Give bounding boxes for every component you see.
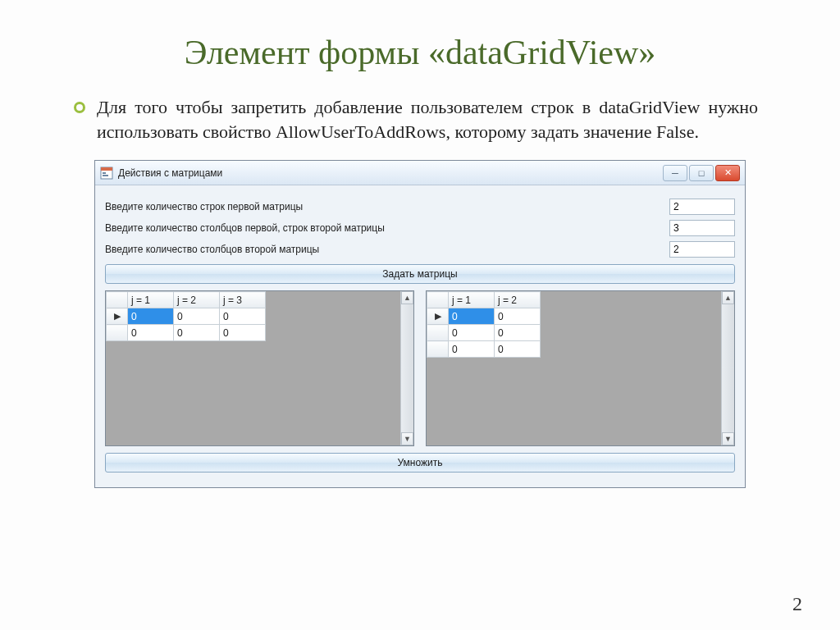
input-cols2[interactable] — [669, 241, 735, 258]
scrollbar-vertical[interactable]: ▲ ▼ — [400, 291, 413, 445]
table-row[interactable]: 000 — [107, 325, 266, 341]
scrollbar-vertical[interactable]: ▲ ▼ — [721, 291, 734, 445]
input-cols1-rows2[interactable] — [669, 220, 735, 236]
form-icon — [100, 167, 113, 180]
svg-rect-2 — [103, 172, 106, 174]
table-row[interactable]: ▶000 — [107, 308, 266, 325]
row-header[interactable] — [427, 341, 449, 358]
scroll-down-icon[interactable]: ▼ — [401, 432, 413, 445]
grid-cell[interactable]: 0 — [495, 341, 541, 358]
column-header[interactable]: j = 2 — [174, 292, 220, 308]
page-number: 2 — [792, 593, 802, 615]
grid-cell[interactable]: 0 — [174, 325, 220, 341]
column-header[interactable]: j = 1 — [128, 292, 174, 308]
bullet-icon — [74, 102, 85, 113]
slide-title: Элемент формы «dataGridView» — [49, 33, 791, 72]
column-header[interactable]: j = 1 — [449, 292, 495, 308]
label-cols2: Введите количество столбцов второй матри… — [105, 244, 669, 255]
scroll-up-icon[interactable]: ▲ — [401, 291, 413, 304]
scroll-up-icon[interactable]: ▲ — [722, 291, 734, 304]
row-header[interactable] — [107, 325, 128, 341]
bullet-item: Для того чтобы запретить добавление поль… — [49, 95, 791, 144]
column-header[interactable]: j = 2 — [495, 292, 541, 308]
close-button[interactable]: ✕ — [715, 165, 740, 181]
column-header[interactable]: j = 3 — [220, 292, 266, 308]
window-title: Действия с матрицами — [118, 167, 222, 179]
row-header[interactable]: ▶ — [107, 308, 128, 325]
table-row[interactable]: 00 — [427, 341, 541, 358]
svg-rect-1 — [101, 167, 112, 171]
label-cols1-rows2: Введите количество столбцов первой, стро… — [105, 222, 669, 234]
bullet-text: Для того чтобы запретить добавление поль… — [97, 95, 758, 144]
maximize-button[interactable]: □ — [689, 165, 714, 181]
screenshot-window-frame: Действия с матрицами ─ □ ✕ Введите колич… — [94, 160, 746, 488]
input-rows1[interactable] — [669, 199, 735, 215]
multiply-button[interactable]: Умножить — [105, 453, 735, 472]
grid-cell[interactable]: 0 — [174, 308, 220, 325]
grid-cell[interactable]: 0 — [495, 308, 541, 325]
scroll-down-icon[interactable]: ▼ — [722, 432, 734, 445]
grid-cell[interactable]: 0 — [128, 308, 174, 325]
grid-corner — [107, 292, 128, 308]
grid-cell[interactable]: 0 — [449, 325, 495, 341]
window-titlebar[interactable]: Действия с матрицами ─ □ ✕ — [95, 161, 745, 185]
minimize-button[interactable]: ─ — [663, 165, 687, 181]
svg-rect-3 — [103, 175, 108, 176]
grid-cell[interactable]: 0 — [128, 325, 174, 341]
label-rows1: Введите количество строк первой матрицы — [105, 201, 669, 212]
table-row[interactable]: ▶00 — [427, 308, 541, 325]
datagridview-2[interactable]: j = 1j = 2▶000000 ▲ ▼ — [426, 290, 735, 446]
grid-cell[interactable]: 0 — [495, 325, 541, 341]
table-row[interactable]: 00 — [427, 325, 541, 341]
grid-cell[interactable]: 0 — [220, 308, 266, 325]
grid-cell[interactable]: 0 — [449, 308, 495, 325]
datagridview-1[interactable]: j = 1j = 2j = 3▶000000 ▲ ▼ — [105, 290, 414, 446]
grid-cell[interactable]: 0 — [449, 341, 495, 358]
grid-corner — [427, 292, 449, 308]
row-header[interactable]: ▶ — [427, 308, 449, 325]
row-header[interactable] — [427, 325, 449, 341]
set-matrices-button[interactable]: Задать матрицы — [105, 264, 735, 284]
grid-cell[interactable]: 0 — [220, 325, 266, 341]
